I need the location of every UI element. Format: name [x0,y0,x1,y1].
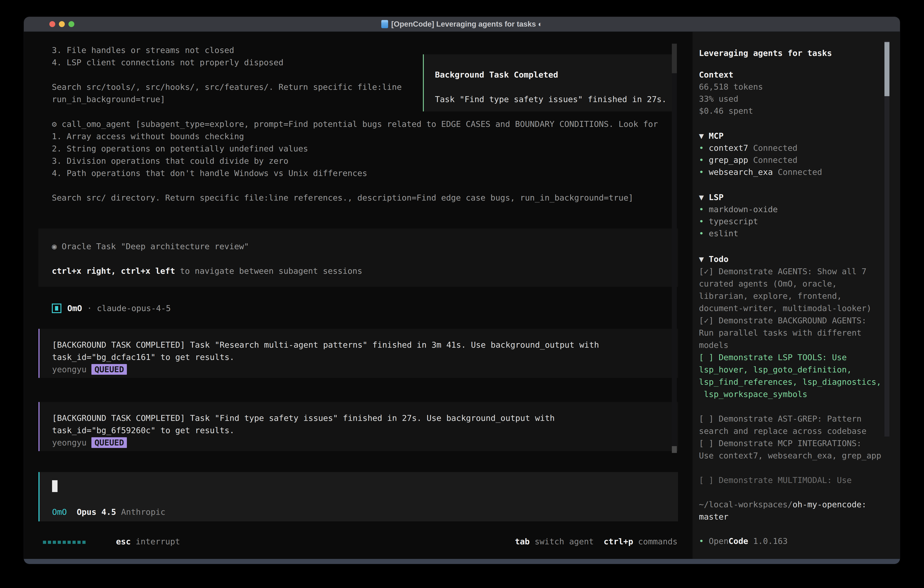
window-bottom-edge [24,559,900,564]
close-button[interactable] [50,21,55,27]
background-task-toast: Background Task Completed Task "Find typ… [423,55,677,111]
mcp-section[interactable]: ▼ MCP• context7 Connected• grep_app Conn… [699,130,822,178]
window-title: [OpenCode] Leveraging agents for tasks ◐ [391,20,543,28]
status-bar-left: ▪▪▪▪▪▪▪▪▪ esc interrupt [42,535,180,548]
background-task-message-1: [BACKGROUND TASK COMPLETED] Task "Resear… [38,329,678,378]
oracle-task-card: ◉ Oracle Task "Deep architecture review"… [38,228,678,287]
model-indicator: OmO Opus 4.5 Anthropic [52,506,165,518]
status-bar-right: tab switch agent ctrl+p commands [515,535,678,548]
context-stats: Context66,518 tokens33% used$0.46 spent [699,69,763,117]
text-cursor [52,480,58,492]
terminal-main-pane[interactable]: 3. File handles or streams not closed4. … [24,32,693,559]
background-task-message-2: [BACKGROUND TASK COMPLETED] Task "Find t… [38,402,678,451]
title-bar: [OpenCode] Leveraging agents for tasks ◐ [24,17,900,32]
prompt-input[interactable]: OmO Opus 4.5 Anthropic [38,472,678,521]
window-title-group: [OpenCode] Leveraging agents for tasks ◐ [381,20,543,28]
todo-section[interactable]: ▼ Todo[✓] Demonstrate AGENTS: Show all 7… [699,253,881,486]
content-row: 3. File handles or streams not closed4. … [24,32,900,559]
opencode-version: • OpenCode 1.0.163 [699,535,787,547]
omo-agent-icon [52,304,61,313]
main-scrollbar[interactable] [672,44,677,453]
agent-header-row: OmO · claude-opus-4-5 [52,302,171,314]
call-omo-agent-tool-text: ⚙ call_omo_agent [subagent_type=explore,… [52,118,658,204]
session-title: Leveraging agents for tasks [699,47,832,59]
maximize-button[interactable] [68,21,74,27]
window-controls [50,17,74,31]
agent-name-and-model: OmO · claude-opus-4-5 [67,302,171,314]
sidebar-scrollbar-thumb[interactable] [884,42,889,96]
main-scrollbar-thumb-top[interactable] [672,44,677,73]
workspace-path: ~/local-workspaces/oh-my-opencode:master [699,499,866,523]
sidebar-scrollbar[interactable] [884,41,889,436]
minimize-button[interactable] [59,21,65,27]
app-window: [OpenCode] Leveraging agents for tasks ◐… [24,17,900,564]
document-icon [381,20,388,28]
session-sidebar: Leveraging agents for tasks Context66,51… [693,32,900,559]
lsp-section[interactable]: ▼ LSP• markdown-oxide• typescript• eslin… [699,191,778,239]
main-scrollbar-thumb-bottom[interactable] [672,446,677,453]
scrollback-text: 3. File handles or streams not closed4. … [52,44,402,106]
